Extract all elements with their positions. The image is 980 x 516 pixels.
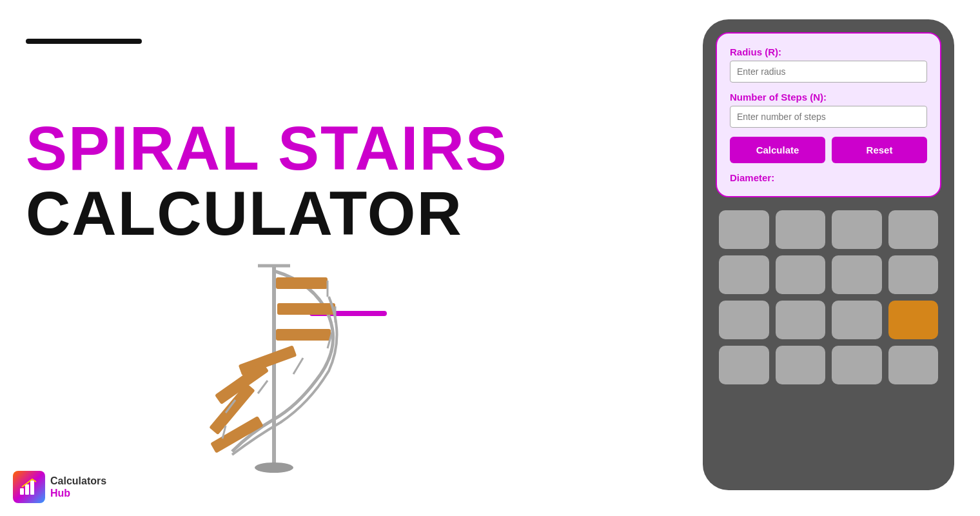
calculator-screen: Radius (R): Number of Steps (N): Calcula… [716,32,941,197]
svg-rect-2 [277,303,335,315]
key-3-2[interactable] [776,301,826,339]
radius-label: Radius (R): [730,46,927,57]
key-2-4[interactable] [888,255,939,294]
svg-point-15 [255,462,293,473]
title-line2: CALCULATOR [26,181,508,246]
logo-hub: Hub [50,487,106,499]
key-1-3[interactable] [832,210,882,249]
key-4-3[interactable] [832,346,882,384]
key-2-1[interactable] [719,255,769,294]
steps-input[interactable] [730,106,927,128]
action-buttons: Calculate Reset [730,137,927,163]
radius-input[interactable] [730,61,927,83]
key-2-3[interactable] [832,255,882,294]
reset-button[interactable]: Reset [832,137,927,163]
staircase-illustration [174,252,374,477]
svg-rect-3 [276,329,331,341]
top-decorative-bar [26,39,142,44]
key-1-2[interactable] [776,210,826,249]
svg-rect-19 [30,481,34,495]
steps-label: Number of Steps (N): [730,92,927,103]
key-4-4[interactable] [888,346,939,384]
logo-calculators: Calculators [50,475,106,487]
logo: Calculators Hub [13,471,106,503]
key-3-3[interactable] [832,301,882,339]
key-2-2[interactable] [776,255,826,294]
key-3-1[interactable] [719,301,769,339]
svg-rect-1 [276,277,328,289]
calculate-button[interactable]: Calculate [730,137,825,163]
key-4-1[interactable] [719,346,769,384]
key-1-4[interactable] [888,210,939,249]
title-line1: SPIRAL STAIRS [26,116,508,181]
keypad [716,207,941,388]
svg-line-11 [293,358,303,374]
svg-rect-17 [20,488,24,495]
logo-icon [13,471,45,503]
key-3-4-orange[interactable] [888,301,939,339]
svg-rect-18 [25,484,29,495]
calculator-device: Radius (R): Number of Steps (N): Calcula… [703,19,954,490]
logo-text: Calculators Hub [50,475,106,499]
key-4-2[interactable] [776,346,826,384]
svg-line-12 [258,381,268,393]
key-1-1[interactable] [719,210,769,249]
diameter-label: Diameter: [730,172,927,183]
